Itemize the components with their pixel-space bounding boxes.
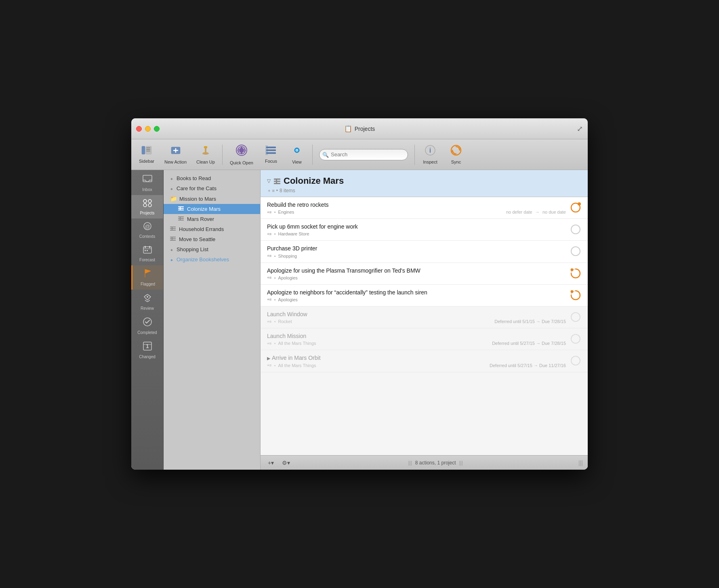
action-meta-rebuild: +≡ • Engines no defer date → no due date <box>267 210 566 214</box>
complete-circle-launch-window[interactable] <box>570 311 581 323</box>
inspect-button[interactable]: i Inspect <box>418 143 442 166</box>
search-input[interactable] <box>319 149 408 160</box>
project-collapse-triangle[interactable]: ▽ <box>267 178 271 184</box>
sidebar-item-forecast[interactable]: Forecast <box>131 242 163 265</box>
sidebar-icon <box>141 145 152 157</box>
action-title-bmw: Apologize for using the Plasma Transmogr… <box>267 267 566 274</box>
nav-item-move-seattle[interactable]: Move to Seattle <box>164 234 260 244</box>
add-button[interactable]: +▾ <box>265 459 276 467</box>
view-label: View <box>292 160 302 164</box>
action-context-arrive-orbit: All the Mars Things <box>278 363 316 368</box>
content-area: ▽ Colonize Mars + ≡ • 8 <box>261 170 588 470</box>
sidebar-item-completed[interactable]: Completed <box>131 314 163 338</box>
projects-label: Projects <box>140 211 154 215</box>
svg-text:1: 1 <box>146 343 149 349</box>
action-item-launch-mission: Launch Mission +≡ • All the Mars Things … <box>261 328 588 350</box>
sync-button[interactable]: Sync <box>444 143 468 166</box>
complete-circle-bmw[interactable] <box>570 268 581 279</box>
quick-open-button[interactable]: Quick Open <box>226 142 257 167</box>
nav-item-mars-rover[interactable]: Mars Rover <box>164 214 260 224</box>
inspect-label: Inspect <box>423 160 437 164</box>
sidebar-button[interactable]: Sidebar <box>135 144 159 165</box>
svg-rect-48 <box>178 210 184 210</box>
action-item-arrive-orbit: ▶Arrive in Mars Orbit +≡ • All the Mars … <box>261 350 588 372</box>
sidebar-item-projects[interactable]: Projects <box>131 195 163 218</box>
nav-sidebar: ⬥ Books to Read ⬥ Care for the Cats 📁 Mi… <box>164 170 261 470</box>
add-meta-icon: +≡ <box>267 210 272 214</box>
nav-item-care-cats[interactable]: ⬥ Care for the Cats <box>164 183 260 193</box>
action-content-rebuild: Rebuild the retro rockets +≡ • Engines n… <box>267 201 566 214</box>
action-item-launch-window: Launch Window +≡ • Rocket Deferred until… <box>261 307 588 328</box>
maximize-button[interactable] <box>154 126 160 132</box>
svg-point-68 <box>571 225 580 234</box>
complete-circle-siren[interactable] <box>570 290 581 301</box>
clean-up-button[interactable]: Clean Up <box>192 143 219 166</box>
gear-button[interactable]: ⚙▾ <box>280 459 292 467</box>
folder-icon: 📁 <box>170 195 177 202</box>
completed-label: Completed <box>137 330 157 335</box>
svg-rect-2 <box>146 147 150 148</box>
meta-add-icon: + <box>268 188 270 193</box>
svg-point-31 <box>143 204 147 207</box>
toolbar: Sidebar New Action <box>131 139 588 170</box>
svg-rect-57 <box>172 227 172 231</box>
sidebar-item-contexts[interactable]: @ Contexts <box>131 218 163 242</box>
sidebar-item-inbox[interactable]: Inbox <box>131 172 163 195</box>
cats-label: Care for the Cats <box>177 185 255 191</box>
focus-button[interactable]: Focus <box>259 144 283 165</box>
svg-rect-28 <box>143 175 152 182</box>
inbox-icon <box>143 175 152 186</box>
complete-circle-printer[interactable] <box>570 246 581 257</box>
action-item-apologize-bmw: Apologize for using the Plasma Transmogr… <box>261 263 588 285</box>
forecast-label: Forecast <box>139 258 155 262</box>
nav-item-mission-mars[interactable]: 📁 Mission to Mars <box>164 193 260 204</box>
changed-icon: 1 <box>143 341 152 353</box>
add-meta-icon-6: +≡ <box>267 319 272 324</box>
status-bar: +▾ ⚙▾ ||| 8 actions, 1 project ||| ||| <box>261 455 588 470</box>
status-text: 8 actions, 1 project <box>415 460 456 466</box>
action-content-bmw: Apologize for using the Plasma Transmogr… <box>267 267 566 280</box>
sidebar-label: Sidebar <box>139 159 154 164</box>
complete-circle-arrive-orbit[interactable] <box>570 355 581 366</box>
review-label: Review <box>141 306 154 311</box>
svg-rect-4 <box>146 151 150 151</box>
svg-point-22 <box>296 150 297 151</box>
expand-button[interactable]: ⤢ <box>577 124 583 133</box>
focus-icon <box>265 145 277 157</box>
sidebar-item-changed[interactable]: 1 Changed <box>131 338 163 362</box>
action-item-rebuild-rockets: Rebuild the retro rockets +≡ • Engines n… <box>261 197 588 219</box>
expand-triangle[interactable]: ▶ <box>267 356 270 361</box>
action-item-pick-socket: Pick up 6mm socket for engine work +≡ • … <box>261 219 588 241</box>
nav-item-shopping-list[interactable]: ⬥ Shopping List <box>164 244 260 254</box>
nav-item-books-to-read[interactable]: ⬥ Books to Read <box>164 173 260 183</box>
complete-circle-socket[interactable] <box>570 224 581 235</box>
svg-rect-65 <box>276 178 277 184</box>
nav-item-household-errands[interactable]: Household Errands <box>164 224 260 234</box>
action-context-rebuild: Engines <box>278 210 294 214</box>
action-context-printer: Shopping <box>278 254 297 258</box>
mars-rover-label: Mars Rover <box>187 216 255 222</box>
svg-point-74 <box>571 313 580 321</box>
forecast-icon <box>143 245 152 256</box>
view-button[interactable]: View <box>285 143 309 166</box>
svg-rect-49 <box>180 206 181 210</box>
status-left: +▾ ⚙▾ <box>265 459 292 467</box>
status-divider-right: ||| <box>459 460 463 466</box>
complete-circle-rebuild[interactable] <box>570 202 581 213</box>
sidebar-item-flagged[interactable]: Flagged <box>131 265 163 290</box>
action-context-bmw: Apologies <box>278 275 298 280</box>
nav-item-organize-bookshelves[interactable]: ⬥ Organize Bookshelves <box>164 254 260 265</box>
nav-item-colonize-mars[interactable]: Colonize Mars <box>164 204 260 214</box>
close-button[interactable] <box>136 126 142 132</box>
new-action-label: New Action <box>164 160 187 164</box>
organize-icon: ⬥ <box>170 256 173 262</box>
complete-circle-launch-mission[interactable] <box>570 333 581 344</box>
action-dates-rebuild: no defer date → no due date <box>506 210 566 214</box>
minimize-button[interactable] <box>145 126 151 132</box>
new-action-button[interactable]: New Action <box>160 143 191 166</box>
toolbar-separator-2 <box>312 145 313 165</box>
add-meta-icon-5: +≡ <box>267 297 272 302</box>
svg-rect-40 <box>147 250 148 251</box>
sidebar-item-review[interactable]: Review <box>131 290 163 314</box>
add-meta-icon-7: +≡ <box>267 341 272 346</box>
